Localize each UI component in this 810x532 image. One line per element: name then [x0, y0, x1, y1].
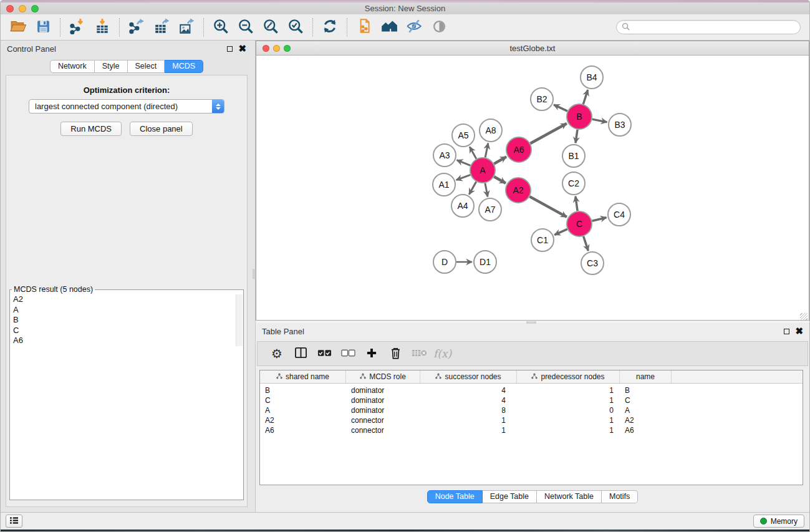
- graph-edge-C-C3[interactable]: [584, 236, 589, 251]
- hide-graphics-details-button[interactable]: [402, 17, 427, 38]
- zoom-out-button[interactable]: [233, 17, 258, 38]
- delete-column-button[interactable]: [383, 344, 407, 364]
- table-cell[interactable]: 1: [517, 395, 620, 405]
- graph-edge-A-A4[interactable]: [469, 181, 476, 194]
- mcds-result-item[interactable]: A2: [11, 294, 243, 305]
- table-cell[interactable]: C: [260, 395, 346, 405]
- mcds-result-item[interactable]: B: [11, 315, 243, 326]
- mcds-result-item[interactable]: C: [11, 326, 243, 336]
- column-header-name[interactable]: name: [620, 370, 672, 383]
- column-header-successor-nodes[interactable]: successor nodes: [420, 370, 517, 383]
- table-cell[interactable]: C: [620, 395, 672, 405]
- table-cell[interactable]: connector: [346, 415, 420, 425]
- graph-edge-B-B4[interactable]: [583, 90, 587, 104]
- mcds-result-item[interactable]: A6: [11, 336, 243, 346]
- table-cell[interactable]: dominator: [346, 385, 420, 395]
- table-row[interactable]: A2connector11A2: [260, 415, 803, 425]
- graph-edge-A2-C[interactable]: [529, 196, 566, 217]
- table-cell[interactable]: 1: [517, 385, 620, 395]
- cybrowser-home-button[interactable]: [377, 17, 402, 38]
- table-cell[interactable]: dominator: [346, 395, 420, 405]
- graph-edge-A-A6[interactable]: [494, 157, 506, 163]
- result-list-scrollbar[interactable]: [236, 294, 243, 346]
- apply-layout-button[interactable]: [317, 17, 342, 38]
- search-input[interactable]: [633, 22, 795, 32]
- select-all-button[interactable]: [312, 344, 336, 364]
- import-network-button[interactable]: [65, 17, 90, 38]
- zoom-in-button[interactable]: [208, 17, 233, 38]
- tab-select[interactable]: Select: [128, 60, 165, 73]
- graph-edge-A-A3[interactable]: [457, 160, 471, 166]
- network-window-titlebar[interactable]: testGlobe.txt: [256, 41, 809, 56]
- table-cell[interactable]: 4: [420, 395, 517, 405]
- graph-edge-B-B2[interactable]: [554, 105, 567, 111]
- import-table-button[interactable]: [90, 17, 115, 38]
- save-session-button[interactable]: [31, 17, 55, 38]
- tab-style[interactable]: Style: [95, 60, 128, 73]
- show-graphics-details-button[interactable]: [427, 17, 451, 38]
- delete-table-button[interactable]: [407, 344, 431, 364]
- table-cell[interactable]: A2: [260, 415, 346, 425]
- table-row[interactable]: Cdominator41C: [260, 395, 803, 405]
- search-field[interactable]: [616, 20, 801, 34]
- table-cell[interactable]: 0: [517, 405, 620, 415]
- run-mcds-button[interactable]: Run MCDS: [60, 122, 122, 136]
- graph-edge-A-A5[interactable]: [470, 147, 476, 158]
- table-cell[interactable]: 4: [420, 385, 517, 395]
- memory-button[interactable]: Memory: [753, 515, 804, 528]
- table-row[interactable]: Adominator80A: [260, 405, 803, 415]
- splitter-grip[interactable]: [526, 321, 536, 324]
- column-header-MCDS-role[interactable]: MCDS role: [346, 370, 420, 383]
- table-cell[interactable]: connector: [346, 425, 420, 435]
- table-cell[interactable]: 1: [517, 425, 620, 435]
- graph-edge-B-B1[interactable]: [576, 130, 577, 143]
- panel-splitter-vertical[interactable]: [253, 41, 256, 512]
- tab-motifs[interactable]: Motifs: [602, 490, 638, 503]
- panel-splitter-horizontal[interactable]: [256, 320, 809, 323]
- close-panel-icon[interactable]: ✖: [238, 46, 246, 52]
- table-row[interactable]: A6connector11A6: [260, 425, 803, 435]
- mcds-result-item[interactable]: A: [11, 305, 243, 316]
- mac-titlebar[interactable]: Session: New Session: [1, 2, 809, 14]
- graph-edge-B-B3[interactable]: [592, 119, 607, 122]
- criterion-dropdown[interactable]: largest connected component (directed): [29, 99, 224, 114]
- table-cell[interactable]: 1: [420, 425, 517, 435]
- function-builder-button[interactable]: f(x): [433, 347, 451, 360]
- column-header-shared-name[interactable]: shared name: [260, 370, 346, 383]
- export-table-button[interactable]: [149, 17, 174, 38]
- table-cell[interactable]: A: [620, 405, 672, 415]
- zoom-fit-button[interactable]: [258, 17, 283, 38]
- graph-edge-A-A1[interactable]: [456, 175, 471, 180]
- column-header-predecessor-nodes[interactable]: predecessor nodes: [517, 370, 620, 383]
- deselect-all-button[interactable]: [336, 344, 360, 364]
- table-cell[interactable]: A2: [620, 415, 672, 425]
- table-cell[interactable]: A: [260, 405, 346, 415]
- table-cell[interactable]: A6: [260, 425, 346, 435]
- table-row[interactable]: Bdominator41B: [260, 385, 803, 395]
- graph-edge-C-C2[interactable]: [576, 196, 577, 211]
- open-session-button[interactable]: [6, 17, 31, 38]
- export-network-button[interactable]: [124, 17, 149, 38]
- zoom-selected-button[interactable]: [283, 17, 308, 38]
- float-panel-icon[interactable]: [784, 329, 789, 334]
- graph-edge-A-A2[interactable]: [494, 177, 506, 183]
- tab-node-table[interactable]: Node Table: [427, 490, 483, 503]
- splitter-grip[interactable]: [253, 269, 256, 279]
- tab-mcds[interactable]: MCDS: [165, 60, 203, 73]
- split-panel-button[interactable]: [289, 344, 312, 364]
- table-cell[interactable]: 8: [420, 405, 517, 415]
- task-history-button[interactable]: [6, 515, 22, 528]
- export-image-button[interactable]: [174, 17, 199, 38]
- table-cell[interactable]: 1: [517, 415, 620, 425]
- duplicate-network-button[interactable]: [352, 17, 377, 38]
- column-settings-button[interactable]: ⚙: [265, 344, 289, 364]
- tab-edge-table[interactable]: Edge Table: [483, 490, 537, 503]
- close-panel-icon[interactable]: ✖: [795, 328, 803, 334]
- float-panel-icon[interactable]: [227, 46, 233, 52]
- table-cell[interactable]: 1: [420, 415, 517, 425]
- graph-edge-A-A8[interactable]: [485, 143, 488, 158]
- table-cell[interactable]: dominator: [346, 405, 420, 415]
- create-column-button[interactable]: [360, 344, 383, 364]
- graph-edge-C-C4[interactable]: [592, 218, 606, 221]
- table-cell[interactable]: B: [260, 385, 346, 395]
